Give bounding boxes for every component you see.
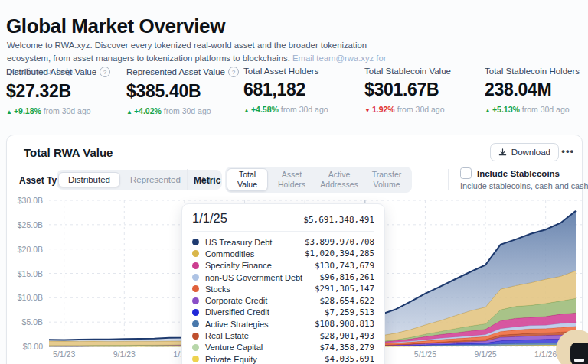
tooltip-rows: US Treasury Debt$3,899,970,708Commoditie…	[192, 236, 374, 364]
stat-value: $385.40B	[126, 81, 243, 102]
metric-option-total-value[interactable]: Total Value	[227, 168, 268, 191]
tooltip-row: Diversified Credit$7,259,513	[192, 307, 374, 318]
series-value: $108,908,813	[315, 319, 374, 329]
series-value: $7,259,513	[325, 307, 374, 317]
series-color-dot	[192, 356, 199, 362]
series-color-dot	[192, 320, 199, 327]
trend-arrow-icon: ▲	[243, 107, 250, 114]
tooltip-row: Venture Capital$74,358,279	[192, 342, 374, 353]
series-label: US Treasury Debt	[205, 238, 305, 247]
stat-label: Total Stablecoin Value	[364, 67, 485, 76]
series-color-dot	[192, 262, 199, 269]
tooltip-row: Corporate Credit$28,654,622	[192, 294, 374, 306]
metric-option-transfer-volume[interactable]: Transfer Volume	[363, 168, 410, 191]
tooltip-row: Stocks$291,305,147	[192, 283, 374, 294]
include-stablecoins-sublabel: Include stablecoins, cash and cash-equiv…	[460, 181, 588, 190]
stat-change: ▲+5.13% from 30d ago	[485, 105, 580, 114]
series-label: Diversified Credit	[205, 307, 325, 317]
tooltip-row: Active Strategies$108,908,813	[192, 318, 374, 330]
series-value: $96,816,261	[319, 272, 374, 282]
divider	[187, 169, 188, 190]
include-stablecoins-label: Include Stablecoins	[477, 169, 560, 178]
series-label: Real Estate	[205, 331, 319, 340]
card-title: Total RWA Value	[24, 146, 113, 159]
series-label: Stocks	[205, 284, 315, 294]
metric-segmented-control: Total Value Asset Holders Active Address…	[225, 167, 412, 193]
stat-value: 681,182	[243, 80, 364, 100]
series-label: Commodities	[205, 249, 305, 258]
asset-type-option-distributed[interactable]: Distributed	[58, 172, 120, 187]
download-button[interactable]: Download	[490, 143, 559, 161]
tooltip-row: Real Estate$28,901,493	[192, 330, 374, 341]
tooltip-row: US Treasury Debt$3,899,970,708	[192, 236, 374, 248]
series-color-dot	[192, 309, 199, 316]
tooltip-divider	[192, 231, 374, 232]
stats-row: Distributed Asset Value? $27.32B ▲+9.18%…	[6, 67, 588, 115]
series-value: $28,654,622	[319, 296, 374, 306]
stat-value: $27.32B	[6, 81, 126, 102]
metric-option-active-addresses[interactable]: Active Addresses	[315, 168, 363, 191]
stat-value: $301.67B	[364, 80, 485, 100]
series-value: $130,743,679	[315, 261, 374, 271]
series-value: $4,035,691	[325, 354, 374, 364]
trend-arrow-icon: ▼	[364, 107, 371, 114]
download-icon	[498, 148, 507, 157]
asset-type-option-represented[interactable]: Represented	[120, 172, 191, 187]
series-label: Venture Capital	[205, 343, 319, 352]
chat-widget-button[interactable]	[570, 343, 588, 364]
series-value: $28,901,493	[319, 331, 374, 341]
series-color-dot	[192, 274, 199, 281]
stat-change: ▼1.92% from 30d ago	[364, 105, 485, 114]
series-value: $74,358,279	[319, 343, 374, 353]
stat-label: Total Stablecoin Holders	[485, 67, 580, 76]
stat-represented-asset-value: Represented Asset Value? $385.40B ▲+4.02…	[126, 67, 243, 115]
series-label: Corporate Credit	[205, 296, 319, 305]
filter-row: Asset Type Distributed Represented All M…	[7, 167, 582, 197]
stat-change: ▲+9.18% from 30d ago	[6, 106, 126, 115]
series-value: $3,899,970,708	[305, 237, 374, 247]
tooltip-total-value: $5,691,348,491	[303, 215, 374, 225]
series-value: $291,305,147	[315, 284, 374, 294]
trend-arrow-icon: ▲	[126, 109, 132, 115]
series-label: Private Equity	[205, 355, 325, 364]
stat-change: ▲+4.58% from 30d ago	[243, 105, 364, 114]
series-color-dot	[192, 297, 199, 304]
stat-total-stablecoin-value: Total Stablecoin Value $301.67B ▼1.92% f…	[364, 67, 485, 115]
series-label: non-US Government Debt	[205, 273, 319, 282]
stat-distributed-asset-value: Distributed Asset Value? $27.32B ▲+9.18%…	[6, 67, 126, 115]
info-icon[interactable]: ?	[228, 67, 239, 77]
series-color-dot	[192, 239, 199, 245]
series-color-dot	[192, 333, 199, 340]
metric-label: Metric	[194, 175, 220, 186]
include-stablecoins-checkbox[interactable]	[460, 167, 472, 179]
series-color-dot	[192, 250, 199, 257]
chart-tooltip: 1/1/25 $5,691,348,491 US Treasury Debt$3…	[181, 203, 385, 364]
trend-arrow-icon: ▲	[6, 109, 12, 115]
series-label: Active Strategies	[205, 320, 315, 329]
tooltip-row: Private Equity$4,035,691	[192, 353, 374, 364]
page-title: Global Market Overview	[6, 15, 225, 38]
info-icon[interactable]: ?	[100, 67, 110, 77]
more-options-button[interactable]: •••	[557, 145, 579, 158]
stat-total-stablecoin-holders: Total Stablecoin Holders 238.04M ▲+5.13%…	[485, 67, 580, 115]
tooltip-row: Specialty Finance$130,743,679	[192, 260, 374, 271]
stat-label: Represented Asset Value?	[126, 67, 243, 77]
stat-label: Distributed Asset Value?	[6, 67, 126, 77]
stat-value: 238.04M	[485, 80, 580, 100]
include-stablecoins-group: Include Stablecoins Include stablecoins,…	[460, 167, 588, 190]
series-color-dot	[192, 285, 199, 292]
series-color-dot	[192, 344, 199, 351]
stat-total-asset-holders: Total Asset Holders 681,182 ▲+4.58% from…	[243, 67, 364, 115]
trend-arrow-icon: ▲	[485, 107, 491, 114]
metric-option-asset-holders[interactable]: Asset Holders	[268, 168, 315, 191]
tooltip-row: non-US Government Debt$96,816,261	[192, 271, 374, 283]
stat-label: Total Asset Holders	[243, 67, 364, 76]
divider	[448, 169, 449, 190]
series-value: $1,020,394,285	[305, 249, 374, 258]
tooltip-row: Commodities$1,020,394,285	[192, 248, 374, 259]
series-label: Specialty Finance	[205, 261, 315, 270]
stat-change: ▲+4.02% from 30d ago	[126, 106, 243, 115]
tooltip-date: 1/1/25	[192, 211, 227, 226]
